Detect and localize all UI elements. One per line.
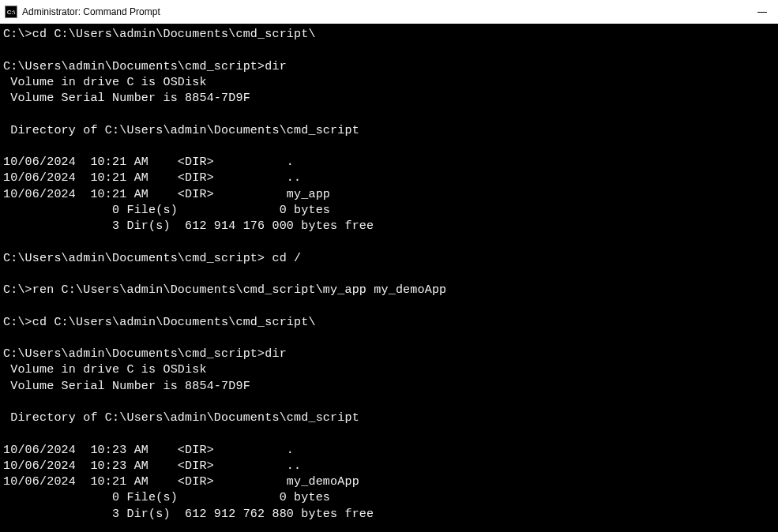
- titlebar-left: C:\ Administrator: Command Prompt: [5, 6, 160, 18]
- terminal-line: [3, 426, 775, 442]
- terminal-line: [3, 331, 775, 347]
- terminal-line: 3 Dir(s) 612 914 176 000 bytes free: [3, 219, 775, 234]
- cmd-icon: C:\: [5, 6, 17, 18]
- terminal-line: 10/06/2024 10:21 AM <DIR> my_app: [3, 187, 775, 203]
- terminal-line: [3, 298, 775, 314]
- terminal-line: Volume in drive C is OSDisk: [3, 75, 775, 91]
- terminal-line: C:\>cd C:\Users\admin\Documents\cmd_scri…: [3, 27, 775, 43]
- terminal-line: C:\Users\admin\Documents\cmd_script>dir: [3, 59, 775, 75]
- terminal-line: [3, 107, 775, 122]
- terminal-line: [3, 395, 775, 410]
- terminal-output[interactable]: C:\>cd C:\Users\admin\Documents\cmd_scri…: [0, 24, 778, 526]
- terminal-line: Directory of C:\Users\admin\Documents\cm…: [3, 410, 775, 426]
- terminal-line: 10/06/2024 10:23 AM <DIR> ..: [3, 459, 775, 474]
- terminal-line: Directory of C:\Users\admin\Documents\cm…: [3, 123, 775, 139]
- terminal-line: [3, 234, 775, 250]
- terminal-line: 10/06/2024 10:21 AM <DIR> my_demoApp: [3, 474, 775, 490]
- terminal-line: 10/06/2024 10:21 AM <DIR> .: [3, 155, 775, 170]
- terminal-line: [3, 139, 775, 155]
- terminal-line: [3, 43, 775, 58]
- terminal-line: C:\Users\admin\Documents\cmd_script>dir: [3, 347, 775, 362]
- terminal-line: Volume Serial Number is 8854-7D9F: [3, 91, 775, 107]
- terminal-line: C:\Users\admin\Documents\cmd_script> cd …: [3, 251, 775, 267]
- window-controls: [757, 12, 773, 13]
- terminal-line: 10/06/2024 10:23 AM <DIR> .: [3, 443, 775, 459]
- terminal-line: Volume in drive C is OSDisk: [3, 362, 775, 378]
- terminal-line: 0 File(s) 0 bytes: [3, 203, 775, 219]
- terminal-line: [3, 267, 775, 283]
- terminal-line: C:\>ren C:\Users\admin\Documents\cmd_scr…: [3, 283, 775, 298]
- minimize-button[interactable]: [757, 12, 767, 13]
- terminal-line: 3 Dir(s) 612 912 762 880 bytes free: [3, 507, 775, 523]
- terminal-line: 10/06/2024 10:21 AM <DIR> ..: [3, 170, 775, 186]
- titlebar: C:\ Administrator: Command Prompt: [0, 0, 778, 24]
- terminal-line: 0 File(s) 0 bytes: [3, 490, 775, 506]
- window-title: Administrator: Command Prompt: [22, 6, 160, 17]
- terminal-line: C:\>cd C:\Users\admin\Documents\cmd_scri…: [3, 315, 775, 331]
- terminal-line: Volume Serial Number is 8854-7D9F: [3, 379, 775, 395]
